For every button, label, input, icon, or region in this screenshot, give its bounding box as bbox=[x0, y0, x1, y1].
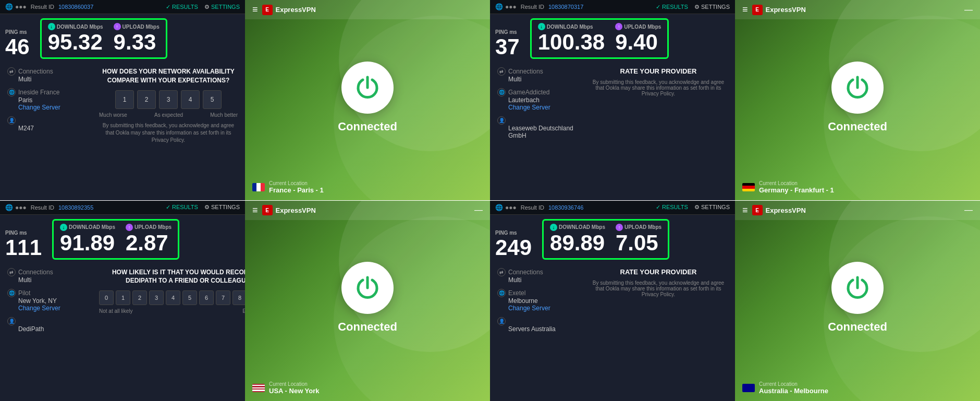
hamburger-icon-3[interactable]: ≡ bbox=[252, 205, 258, 216]
rating-btn-0-0[interactable]: 0 bbox=[99, 290, 114, 305]
survey-title-4: RATE YOUR PROVIDER bbox=[589, 268, 728, 276]
change-server-btn-3[interactable]: Change Server bbox=[7, 305, 91, 312]
expressvpn-logo-icon-4: E bbox=[752, 205, 763, 215]
rating-btn-5[interactable]: 5 bbox=[203, 90, 222, 109]
upload-value-1: 9.33 bbox=[114, 30, 160, 54]
expressvpn-panel-1: ≡ E ExpressVPN Connected Current Locatio… bbox=[245, 0, 490, 200]
rating-mid-1: As expected bbox=[154, 112, 183, 118]
connections-label-1: ⇄ Connections bbox=[7, 67, 91, 76]
download-label-4: ↓ DOWNLOAD Mbps bbox=[550, 224, 605, 231]
change-server-btn-2[interactable]: Change Server bbox=[497, 104, 581, 111]
rating-btn-0-7[interactable]: 7 bbox=[216, 290, 230, 305]
rating-btn-4[interactable]: 4 bbox=[181, 90, 200, 109]
ping-value-2: 37 bbox=[495, 35, 520, 59]
rating-btn-2[interactable]: 2 bbox=[137, 90, 156, 109]
change-server-btn-1[interactable]: Change Server bbox=[7, 104, 91, 111]
rating-btn-0-8[interactable]: 8 bbox=[232, 290, 245, 305]
settings-tab-2[interactable]: ⚙ SETTINGS bbox=[694, 4, 730, 10]
hamburger-icon-2[interactable]: ≡ bbox=[742, 4, 748, 15]
provider-name-2: Leaseweb Deutschland GmbH bbox=[497, 125, 581, 139]
rating-btn-0-5[interactable]: 5 bbox=[182, 290, 197, 305]
location-info-4: Current Location Australia - Melbourne bbox=[759, 381, 828, 395]
globe-icon-4: 🌐 bbox=[497, 289, 506, 297]
rating-btn-0-2[interactable]: 2 bbox=[132, 290, 147, 305]
download-value-3: 91.89 bbox=[60, 231, 115, 255]
provider-name-1: M247 bbox=[7, 125, 91, 132]
speedtest-right-3: HOW LIKELY IS IT THAT YOU WOULD RECOMMEN… bbox=[99, 268, 245, 396]
rating-row-3: 0 1 2 3 4 5 6 7 8 9 10 bbox=[99, 290, 245, 305]
upload-block-1: ↑ UPLOAD Mbps 9.33 bbox=[114, 23, 160, 54]
results-tab-4[interactable]: ✓ RESULTS bbox=[656, 204, 688, 211]
provider-row-3: 👤 DediPath bbox=[7, 317, 91, 333]
results-tab-3[interactable]: ✓ RESULTS bbox=[166, 204, 198, 211]
location-value-4: Australia - Melbourne bbox=[759, 387, 828, 395]
rating-btn-0-3[interactable]: 3 bbox=[149, 290, 164, 305]
provider-icon-row-3: 👤 bbox=[7, 317, 91, 325]
tabs-2: ✓ RESULTS ⚙ SETTINGS bbox=[656, 4, 730, 10]
rating-btn-3[interactable]: 3 bbox=[159, 90, 178, 109]
rating-row-1: 1 2 3 4 5 bbox=[99, 90, 238, 109]
expressvpn-logo-2: E ExpressVPN bbox=[752, 5, 806, 15]
results-tab-2[interactable]: ✓ RESULTS bbox=[656, 4, 688, 10]
expressvpn-logo-text-3: ExpressVPN bbox=[276, 206, 316, 214]
provider-row-2: 👤 Leaseweb Deutschland GmbH bbox=[497, 116, 581, 139]
download-block-4: ↓ DOWNLOAD Mbps 89.89 bbox=[550, 224, 605, 255]
speedtest-left-3: ⇄ Connections Multi 🌐 Pilot New York, NY… bbox=[7, 268, 91, 396]
rating-labels-3: Not at all likely Extremely Likely bbox=[99, 308, 245, 314]
germany-flag-1 bbox=[742, 183, 755, 191]
rating-low-1: Much worse bbox=[99, 112, 127, 118]
person-icon-1: 👤 bbox=[7, 116, 16, 125]
server-label-4: 🌐 Exetel bbox=[497, 289, 581, 297]
settings-tab-4[interactable]: ⚙ SETTINGS bbox=[694, 204, 730, 211]
highlighted-metrics-3: ↓ DOWNLOAD Mbps 91.89 ↑ UPLOAD Mbps 2.87 bbox=[52, 219, 179, 260]
results-tab-1[interactable]: ✓ RESULTS bbox=[166, 4, 198, 10]
privacy-text-2: By submitting this feedback, you acknowl… bbox=[589, 79, 728, 96]
connections-label-3: ⇄ Connections bbox=[7, 268, 91, 276]
change-server-btn-4[interactable]: Change Server bbox=[497, 305, 581, 312]
result-id-2: 10830870317 bbox=[548, 4, 583, 10]
person-icon-3: 👤 bbox=[7, 317, 16, 325]
settings-tab-1[interactable]: ⚙ SETTINGS bbox=[204, 4, 240, 10]
result-id-label-1: Result ID bbox=[31, 4, 54, 10]
dots-icon-3: ●●● bbox=[15, 204, 27, 211]
rating-btn-0-4[interactable]: 4 bbox=[166, 290, 180, 305]
rating-btn-1[interactable]: 1 bbox=[115, 90, 134, 109]
usa-flag-1 bbox=[252, 384, 265, 392]
location-info-3: Current Location USA - New York bbox=[269, 381, 320, 395]
speedtest-right-2: RATE YOUR PROVIDER By submitting this fe… bbox=[589, 67, 728, 195]
privacy-text-4: By submitting this feedback, you acknowl… bbox=[589, 280, 728, 297]
rating-btn-0-6[interactable]: 6 bbox=[199, 290, 214, 305]
download-icon-4: ↓ bbox=[550, 224, 557, 231]
download-icon-1: ↓ bbox=[48, 23, 55, 30]
location-info-2: Current Location Germany - Frankfurt - 1 bbox=[759, 180, 834, 194]
download-block-1: ↓ DOWNLOAD Mbps 95.32 bbox=[48, 23, 103, 54]
hamburger-icon-4[interactable]: ≡ bbox=[742, 205, 748, 216]
connections-icon-3: ⇄ bbox=[7, 268, 16, 276]
survey-title-3: HOW LIKELY IS IT THAT YOU WOULD RECOMMEN… bbox=[99, 268, 245, 286]
download-label-3: ↓ DOWNLOAD Mbps bbox=[60, 224, 115, 231]
expressvpn-logo-icon-2: E bbox=[752, 5, 763, 15]
dots-icon: ●●● bbox=[15, 3, 27, 10]
person-icon-4: 👤 bbox=[497, 317, 506, 325]
server-location-4: Melbourne bbox=[497, 297, 581, 305]
expressvpn-logo-text-2: ExpressVPN bbox=[766, 6, 806, 14]
settings-tab-3[interactable]: ⚙ SETTINGS bbox=[204, 204, 240, 211]
provider-icon-row-4: 👤 bbox=[497, 317, 581, 325]
speedtest-header-3: 🌐 ●●● Result ID 10830892355 ✓ RESULTS ⚙ … bbox=[0, 201, 245, 215]
expressvpn-logo-text-1: ExpressVPN bbox=[276, 6, 316, 14]
upload-value-3: 2.87 bbox=[126, 231, 172, 255]
connections-row-3: ⇄ Connections Multi bbox=[7, 268, 91, 284]
location-label-4: Current Location bbox=[759, 381, 828, 387]
expressvpn-panel-2: ≡ E ExpressVPN — Connected Current Locat… bbox=[735, 0, 980, 200]
speedtest-body-2: ⇄ Connections Multi 🌐 GameAddicted Laute… bbox=[490, 62, 735, 200]
ping-label-4: PING ms bbox=[495, 230, 532, 236]
download-icon-2: ↓ bbox=[538, 23, 545, 30]
expressvpn-logo-icon-1: E bbox=[262, 5, 273, 15]
download-value-4: 89.89 bbox=[550, 231, 605, 255]
result-id-1: 10830860037 bbox=[58, 4, 93, 10]
download-label-1: ↓ DOWNLOAD Mbps bbox=[48, 23, 103, 30]
rating-btn-0-1[interactable]: 1 bbox=[116, 290, 130, 305]
hamburger-icon-1[interactable]: ≡ bbox=[252, 4, 258, 15]
ping-block-1: PING ms 46 bbox=[5, 29, 30, 59]
connections-icon-4: ⇄ bbox=[497, 268, 506, 276]
